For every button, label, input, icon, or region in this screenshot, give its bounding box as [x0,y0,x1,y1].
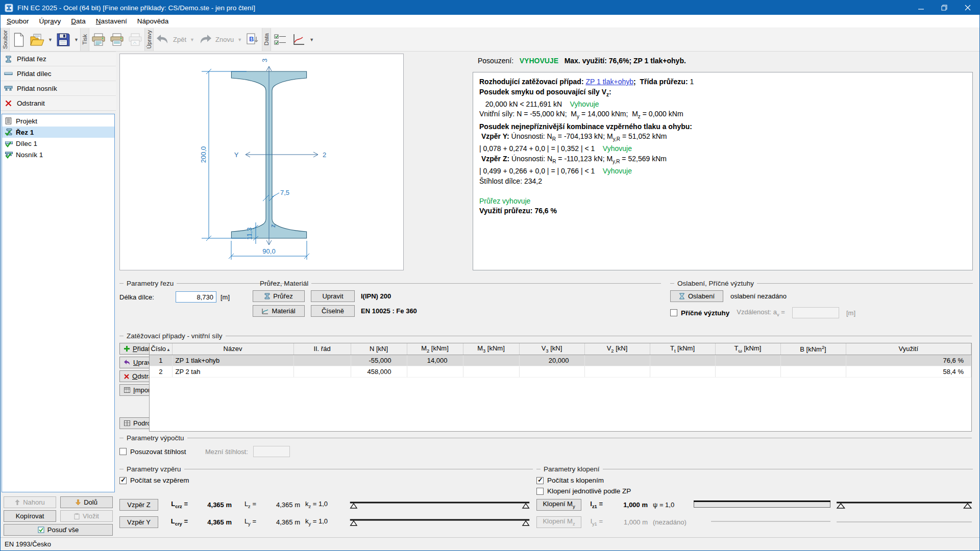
ly1-label: ly1 = [581,517,603,527]
weakening-button[interactable]: Oslabení [670,290,723,302]
paste-button[interactable]: Vložit [60,510,113,522]
column-header[interactable]: II. řád [293,343,351,355]
down-arrow-icon [76,499,81,505]
move-up-button[interactable]: Nahoru [4,496,56,508]
load-case-link[interactable]: ZP 1 tlak+ohyb [585,78,633,86]
undo-button[interactable] [154,28,172,51]
beam-check-icon [4,151,13,159]
svg-text:B: B [249,35,254,43]
save-button[interactable] [54,28,72,51]
axis-label-z: z [269,224,277,228]
add-beam-button[interactable]: Přidat nosník [1,81,116,96]
copy-button[interactable]: Kopírovat [4,510,56,522]
stiffener-distance-input[interactable] [792,307,839,318]
slenderness-check-label: Posuzovat štíhlost [130,448,186,456]
print-preview-button[interactable] [126,28,144,51]
checklist-button[interactable] [271,28,289,51]
print-document-button[interactable] [89,28,108,51]
add-member-button[interactable]: Přidat dílec [1,66,116,81]
column-header[interactable]: Využití [846,343,971,355]
material-button[interactable]: Materiál [253,305,305,317]
remove-button[interactable]: Odstranit [1,96,116,111]
report-button[interactable]: B [243,28,262,51]
column-header[interactable]: N [kN] [351,343,407,355]
edit-section-button[interactable]: Upravit [311,290,355,302]
table-cell [293,355,351,366]
menu-soubor[interactable]: Soubor [2,15,34,27]
minimize-button[interactable] [909,1,933,15]
lcrz-label: Lcrz = [158,500,188,509]
results-line [479,186,966,196]
ltb-mz-button[interactable]: Klopení Mz [536,516,581,528]
dim-height: 200,0 [200,146,207,163]
buckling-y-button[interactable]: Vzpěr Y [119,516,158,528]
statusbar: EN 1993/Česko [1,537,979,550]
add-section-button[interactable]: Přidat řez [1,52,116,66]
delete-x-icon [4,99,13,108]
group-title: Zatěžovací případy - vnitřní síly [127,332,223,340]
print-button[interactable] [108,28,126,51]
column-header[interactable]: V2 [kN] [584,343,650,355]
column-header[interactable]: Název [172,343,293,355]
move-down-button[interactable]: Dolů [60,496,113,508]
tree-item-section[interactable]: Řez 1 [2,127,114,138]
undo-dropdown[interactable]: ▼ [188,28,196,51]
cross-section-button[interactable]: Průřez [253,290,305,302]
checkbox-checked-icon [119,477,127,484]
buckling-check-label: Počítat se vzpěrem [130,477,189,484]
redo-dropdown[interactable]: ▼ [236,28,243,51]
column-header[interactable]: Číslo▲ [150,343,172,355]
checkbox-icon [670,309,677,316]
column-header[interactable]: M2 [kNm] [407,343,463,355]
tree-item-member[interactable]: Dílec 1 [2,138,114,149]
diagram-button[interactable] [289,28,308,51]
column-header[interactable]: V3 [kN] [519,343,584,355]
menu-nastaveni[interactable]: Nastavení [91,15,132,27]
stiffeners-checkbox[interactable]: Příčné výztuhy [670,309,729,317]
ltb-row-my: Klopení My lz1 = 1,000 m ψ = 1,0 [536,498,973,511]
column-header[interactable]: B [kNm2] [780,343,846,355]
ltb-my-button[interactable]: Klopení My [536,499,581,511]
sidebar: Přidat řez Přidat dílec Přidat nosník Od… [1,52,116,537]
new-file-button[interactable] [10,28,28,51]
beam-diagram [836,500,973,509]
buckling-checkbox[interactable]: Počítat se vzpěrem [119,477,533,484]
member-length-input[interactable] [176,291,216,303]
ltb-per-case-checkbox[interactable]: Klopení jednotlivě podle ZP [536,487,973,495]
tree-item-project[interactable]: Projekt [2,115,114,127]
buckling-z-button[interactable]: Vzpěr Z [119,499,158,511]
check-all-icon [38,527,44,533]
numeric-button-label: Číselně [322,307,344,315]
ltb-checkbox[interactable]: Počítat s klopením [536,477,973,484]
plus-icon [124,346,130,352]
load-cases-table: Číslo▲NázevII. řádN [kN]M2 [kNm]M3 [kNm]… [150,343,971,378]
table-row[interactable]: 1ZP 1 tlak+ohyb-55,00014,00020,00076,6 % [150,355,971,366]
redo-button[interactable] [196,28,214,51]
column-header[interactable]: Tt [kNm] [650,343,715,355]
close-button[interactable] [956,1,979,15]
beam-supports-icon [4,84,13,93]
column-header[interactable]: Tω [kNm] [715,343,780,355]
open-file-button[interactable] [28,28,46,51]
check-all-button[interactable]: Posuď vše [4,524,113,536]
open-dropdown[interactable]: ▼ [46,28,54,51]
save-dropdown[interactable]: ▼ [72,28,80,51]
content-area: Přidat řez Přidat dílec Přidat nosník Od… [1,52,979,537]
menu-napoveda[interactable]: Nápověda [132,15,174,27]
table-row[interactable]: 2ZP 2 tah458,00058,4 % [150,366,971,377]
menu-data[interactable]: Data [66,15,91,27]
edit-section-label: Upravit [322,292,343,300]
axis-label-3: 3 [261,59,268,62]
ltb-params-group: Parametry klopení Počítat s klopením Klo… [536,465,973,495]
numeric-button[interactable]: Číselně [311,305,355,317]
limit-slenderness-input[interactable] [253,446,290,457]
slenderness-checkbox[interactable]: Posuzovat štíhlost [119,448,201,456]
maximize-button[interactable] [933,1,956,15]
tree-item-beam[interactable]: Nosník 1 [2,149,114,160]
cross-section-group: Průřez, Materiál Průřez Upravit I(IPN) 2… [253,279,661,317]
menu-upravy[interactable]: Úpravy [34,15,66,27]
column-header[interactable]: M3 [kNm] [463,343,519,355]
results-line: Vzpěr Z: Únosnosti: NR = -110,123 kN; My… [479,154,966,166]
toolbar: Soubor ▼ ▼ Tisk Úpravy Zpět ▼ Znovu [1,28,979,52]
diagram-dropdown[interactable]: ▼ [308,28,315,51]
